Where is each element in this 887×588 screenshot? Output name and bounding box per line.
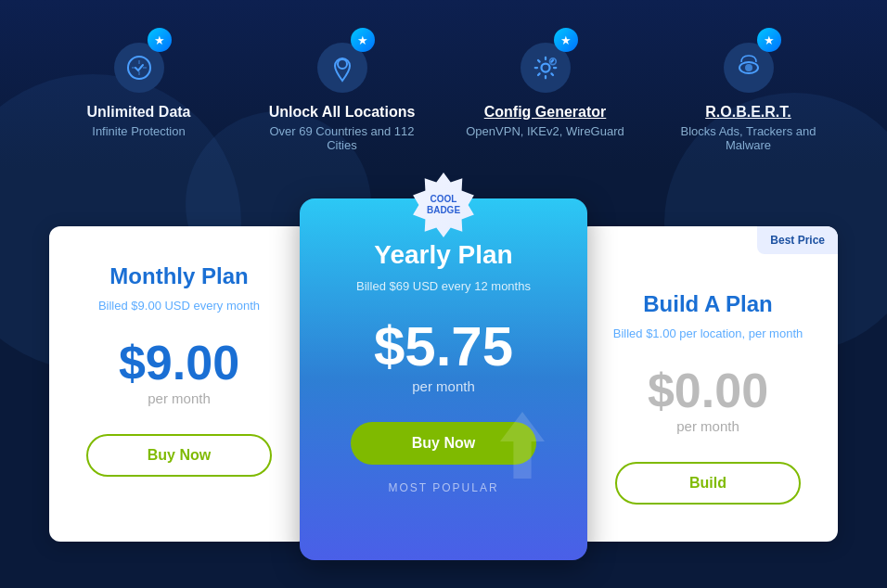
yearly-plan-per-month: per month [412,378,475,394]
config-generator-icon-wrap: ★ [513,28,578,93]
monthly-plan-name: Monthly Plan [109,263,248,289]
monthly-plan-per-month: per month [148,390,211,406]
gear-icon [529,51,562,84]
build-plan-per-month: per month [676,418,739,434]
svg-point-0 [128,57,150,79]
robert-icon-wrap: ★ [716,28,781,93]
arrow-down-icon [485,408,559,482]
unlimited-data-icon-wrap: ★ [107,28,172,93]
yearly-plan-card: COOL BADGE Yearly Plan Billed $69 USD ev… [300,198,587,560]
cool-badge: COOL BADGE [411,173,476,237]
build-plan-cta-button[interactable]: Build [615,462,801,505]
pricing-section: Monthly Plan Billed $9.00 USD every mont… [0,171,887,579]
yearly-most-popular-label: MOST POPULAR [388,481,498,494]
build-plan-name: Build A Plan [643,291,773,317]
monthly-plan-card: Monthly Plan Billed $9.00 USD every mont… [49,226,309,542]
unlimited-data-badge: ★ [148,28,172,52]
location-pin-icon [328,53,357,83]
monthly-plan-cta-button[interactable]: Buy Now [86,434,272,477]
config-generator-badge: ★ [554,28,578,52]
yearly-decorative-arrow [485,408,559,486]
eye-shield-icon [734,53,764,83]
monthly-plan-billed: Billed $9.00 USD every month [98,299,260,313]
build-plan-price: $0.00 [648,366,768,415]
yearly-plan-name: Yearly Plan [374,240,512,270]
unlock-locations-badge: ★ [351,28,375,52]
yearly-plan-price: $5.75 [374,319,513,375]
svg-point-1 [338,59,347,69]
svg-point-5 [746,65,752,70]
monthly-plan-price: $9.00 [119,339,239,387]
cool-badge-shape: COOL BADGE [411,173,476,237]
cool-badge-text: COOL BADGE [427,194,460,216]
yearly-plan-billed: Billed $69 USD every 12 months [356,279,531,293]
svg-point-2 [541,64,549,72]
robert-badge: ★ [757,28,781,52]
build-plan-card: Best Price Build A Plan Billed $1.00 per… [578,226,838,542]
page: ★ Unlimited Data Infinite Protection ★ U… [0,0,887,579]
best-price-badge: Best Price [757,226,838,254]
data-shield-icon [124,53,154,83]
build-plan-billed: Billed $1.00 per location, per month [613,326,803,340]
unlock-locations-icon-wrap: ★ [310,28,375,93]
